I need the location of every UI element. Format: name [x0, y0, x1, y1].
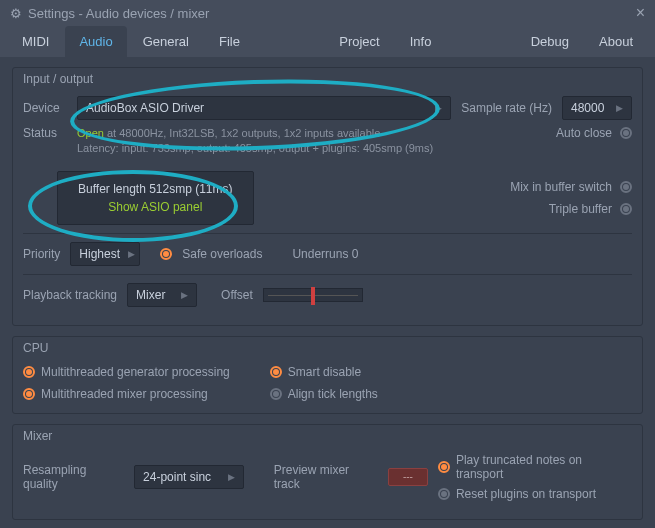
tab-info[interactable]: Info [396, 26, 446, 57]
chevron-right-icon: ▶ [228, 472, 235, 482]
status-open: Open [77, 127, 104, 139]
tab-debug[interactable]: Debug [517, 26, 583, 57]
align-tick-radio[interactable]: Align tick lengths [270, 387, 378, 401]
tab-general[interactable]: General [129, 26, 203, 57]
device-label: Device [23, 101, 67, 115]
safe-overloads-radio[interactable] [160, 248, 172, 260]
underruns-text: Underruns 0 [292, 247, 358, 261]
playback-tracking-select[interactable]: Mixer ▶ [127, 283, 197, 307]
settings-icon: ⚙ [10, 6, 22, 21]
status-latency: Latency: input: 733smp, output: 405smp, … [77, 142, 433, 154]
chevron-right-icon: ▶ [181, 290, 188, 300]
triple-buffer-label: Triple buffer [549, 202, 612, 216]
tab-about[interactable]: About [585, 26, 647, 57]
section-input-output: Input / output Device AudioBox ASIO Driv… [12, 67, 643, 326]
status-details: at 48000Hz, Int32LSB, 1x2 outputs, 1x2 i… [104, 127, 380, 139]
window-titlebar: ⚙ Settings - Audio devices / mixer × [0, 0, 655, 26]
mix-in-buffer-label: Mix in buffer switch [510, 180, 612, 194]
section-cpu: CPU Multithreaded generator processing M… [12, 336, 643, 414]
auto-close-label: Auto close [556, 126, 612, 140]
sample-rate-label: Sample rate (Hz) [461, 101, 552, 115]
show-asio-link[interactable]: Show ASIO panel [78, 200, 233, 214]
play-truncated-radio[interactable]: Play truncated notes on transport [438, 453, 632, 481]
chevron-right-icon: ▶ [435, 103, 442, 113]
resampling-select[interactable]: 24-point sinc ▶ [134, 465, 244, 489]
auto-close-radio[interactable] [620, 127, 632, 139]
preview-track-button[interactable]: --- [388, 468, 428, 486]
tab-audio[interactable]: Audio [65, 26, 126, 57]
close-icon[interactable]: × [636, 4, 645, 22]
tab-file[interactable]: File [205, 26, 254, 57]
resampling-value: 24-point sinc [143, 470, 211, 484]
buffer-panel: Buffer length 512smp (11ms) Show ASIO pa… [57, 171, 254, 225]
tab-midi[interactable]: MIDI [8, 26, 63, 57]
triple-buffer-radio[interactable] [620, 203, 632, 215]
mt-mix-radio[interactable]: Multithreaded mixer processing [23, 387, 230, 401]
smart-disable-radio[interactable]: Smart disable [270, 365, 378, 379]
tab-bar: MIDI Audio General File Project Info Deb… [0, 26, 655, 57]
resampling-label: Resampling quality [23, 463, 124, 491]
status-text: Open at 48000Hz, Int32LSB, 1x2 outputs, … [77, 126, 546, 157]
mix-in-buffer-radio[interactable] [620, 181, 632, 193]
preview-label: Preview mixer track [274, 463, 378, 491]
priority-value: Highest [79, 247, 120, 261]
offset-label: Offset [221, 288, 253, 302]
sample-rate-select[interactable]: 48000 ▶ [562, 96, 632, 120]
chevron-right-icon: ▶ [128, 249, 135, 259]
section-title: Input / output [23, 72, 632, 86]
window-title-text: Settings - Audio devices / mixer [28, 6, 209, 21]
priority-label: Priority [23, 247, 60, 261]
slider-thumb[interactable] [311, 287, 315, 305]
section-mixer: Mixer Resampling quality 24-point sinc ▶… [12, 424, 643, 520]
section-title: Mixer [23, 429, 632, 443]
device-select[interactable]: AudioBox ASIO Driver ▶ [77, 96, 451, 120]
sample-rate-value: 48000 [571, 101, 604, 115]
section-title: CPU [23, 341, 632, 355]
playback-tracking-label: Playback tracking [23, 288, 117, 302]
safe-overloads-label: Safe overloads [182, 247, 262, 261]
playback-tracking-value: Mixer [136, 288, 165, 302]
status-label: Status [23, 126, 67, 140]
offset-slider[interactable] [263, 288, 363, 302]
priority-select[interactable]: Highest ▶ [70, 242, 140, 266]
mt-gen-radio[interactable]: Multithreaded generator processing [23, 365, 230, 379]
device-value: AudioBox ASIO Driver [86, 101, 204, 115]
tab-project[interactable]: Project [325, 26, 393, 57]
reset-plugins-radio[interactable]: Reset plugins on transport [438, 487, 596, 501]
chevron-right-icon: ▶ [616, 103, 623, 113]
buffer-length-text: Buffer length 512smp (11ms) [78, 182, 233, 196]
